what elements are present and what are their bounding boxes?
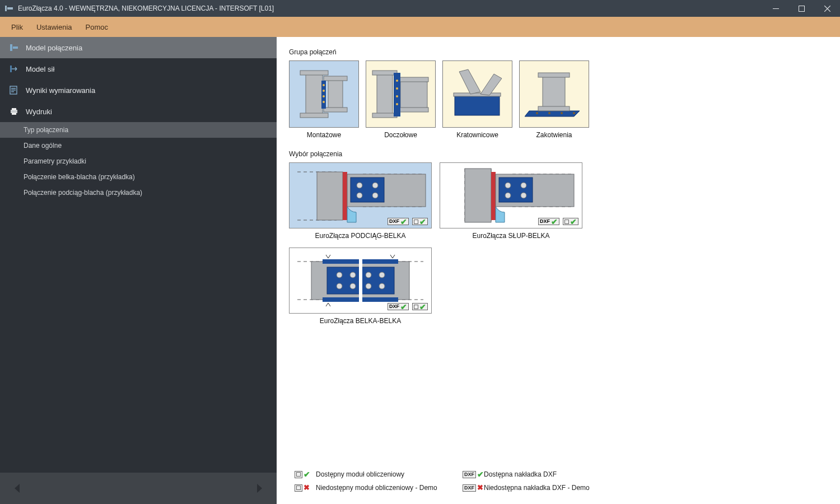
connection-tile-belka-belka[interactable]: DXF✔ ✔ EuroZłącza BELKA-BELKA — [289, 248, 432, 325]
menu-plik[interactable]: Plik — [4, 20, 30, 35]
svg-rect-53 — [343, 172, 347, 220]
joint-model-icon — [9, 43, 19, 53]
svg-point-34 — [396, 95, 398, 97]
sidebar-item-label: Model połączenia — [26, 44, 82, 52]
svg-rect-5 — [13, 46, 18, 49]
legend-text: Niedostępny moduł obliczeniowy - Demo — [316, 484, 437, 492]
calc-icon — [295, 471, 302, 478]
svg-rect-3 — [799, 6, 804, 11]
svg-point-82 — [379, 272, 385, 278]
connection-tile-slup-belka[interactable]: DXF✔ ✔ EuroZłącza SŁUP-BELKA — [440, 162, 582, 240]
svg-marker-40 — [525, 111, 580, 116]
svg-rect-31 — [394, 73, 400, 116]
svg-point-80 — [350, 272, 356, 278]
cross-icon: ✖ — [304, 484, 310, 491]
group-header: Grupa połączeń — [289, 48, 828, 56]
nav-next-button[interactable] — [252, 481, 267, 496]
sidebar-item-wyniki[interactable]: Wyniki wymiarowania — [0, 80, 277, 101]
menu-ustawienia[interactable]: Ustawienia — [30, 20, 79, 35]
svg-rect-1 — [7, 7, 13, 10]
sidebar-item-label: Wyniki wymiarowania — [26, 86, 95, 95]
check-icon: ✔ — [570, 218, 577, 225]
legend-dxf-available: DXF✔ Dostępna nakładka DXF — [463, 470, 619, 478]
subnav-parametry[interactable]: Parametry przykładki — [0, 153, 277, 169]
group-tile-montazowe[interactable]: Montażowe — [289, 60, 359, 139]
group-thumb — [442, 60, 512, 128]
svg-point-24 — [323, 101, 325, 103]
app-icon — [4, 4, 13, 13]
group-caption: Kratownicowe — [456, 131, 498, 139]
svg-rect-65 — [491, 172, 496, 220]
calc-badge: ✔ — [563, 218, 578, 225]
svg-marker-38 — [459, 69, 480, 94]
svg-point-56 — [357, 183, 362, 188]
check-icon: ✔ — [419, 218, 426, 225]
svg-rect-29 — [399, 77, 428, 82]
svg-point-21 — [323, 84, 325, 86]
subnav-label: Typ połączenia — [24, 126, 68, 134]
check-icon: ✔ — [477, 471, 484, 478]
minimize-button[interactable] — [763, 0, 788, 17]
svg-point-70 — [505, 193, 511, 198]
connection-thumb: DXF✔ ✔ — [289, 248, 432, 314]
svg-rect-8 — [11, 88, 16, 89]
svg-point-68 — [505, 183, 511, 188]
svg-point-85 — [366, 283, 371, 289]
dxf-icon: DXF — [463, 484, 476, 492]
svg-rect-36 — [455, 94, 500, 115]
svg-point-33 — [396, 87, 398, 90]
window-controls — [763, 0, 840, 17]
selection-header: Wybór połączenia — [289, 150, 828, 158]
subnav-label: Połączenie podciąg-blacha (przykładka) — [24, 189, 142, 197]
svg-rect-14 — [306, 72, 323, 116]
svg-marker-39 — [480, 74, 502, 95]
sidebar-footer — [0, 473, 277, 504]
svg-point-59 — [372, 193, 378, 198]
group-caption: Montażowe — [307, 131, 341, 139]
group-tile-zakotwienia[interactable]: Zakotwienia — [519, 60, 589, 139]
svg-rect-27 — [372, 113, 397, 118]
close-button[interactable] — [814, 0, 840, 17]
cross-icon: ✖ — [477, 484, 483, 491]
subnav-dane-ogolne[interactable]: Dane ogólne — [0, 138, 277, 153]
main-content: Grupa połączeń Montażowe — [277, 37, 840, 504]
svg-point-81 — [366, 272, 371, 278]
window-title: EuroZłącza 4.0 - WEWNĘTRZNA, NIEKOMERCYJ… — [18, 4, 763, 12]
connection-tile-podciag-belka[interactable]: DXF✔ ✔ EuroZłącza PODCIĄG-BELKA — [289, 162, 432, 240]
svg-point-45 — [548, 112, 550, 114]
connection-badges: DXF✔ ✔ — [538, 218, 578, 225]
menu-pomoc[interactable]: Pomoc — [79, 20, 115, 35]
sidebar-item-label: Wydruki — [26, 108, 52, 116]
subnav-label: Dane ogólne — [24, 142, 62, 150]
subnav-podciag-blacha[interactable]: Połączenie podciąg-blacha (przykładka) — [0, 185, 277, 200]
svg-rect-10 — [11, 91, 14, 92]
menubar: Plik Ustawienia Pomoc — [0, 17, 840, 37]
dxf-badge: DXF✔ — [538, 218, 559, 225]
maximize-button[interactable] — [788, 0, 814, 17]
svg-rect-19 — [324, 108, 347, 112]
nav-prev-button[interactable] — [10, 481, 25, 496]
svg-rect-30 — [399, 108, 428, 112]
group-tile-doczolowe[interactable]: Doczołowe — [366, 60, 436, 139]
group-caption: Doczołowe — [384, 131, 417, 139]
sidebar-item-wydruki[interactable]: Wydruki — [0, 101, 277, 122]
svg-point-47 — [573, 112, 575, 114]
svg-point-23 — [323, 95, 325, 97]
check-icon: ✔ — [419, 304, 426, 310]
svg-point-69 — [521, 183, 526, 188]
subnav-belka-blacha[interactable]: Połączenie belka-blacha (przykładka) — [0, 169, 277, 185]
sidebar-item-model-polaczenia[interactable]: Model połączenia — [0, 37, 277, 58]
results-icon — [9, 85, 19, 95]
check-icon: ✔ — [400, 304, 407, 310]
group-thumb — [289, 60, 359, 128]
legend-text: Niedostępna nakładka DXF - Demo — [484, 484, 590, 492]
group-tile-kratownicowe[interactable]: Kratownicowe — [442, 60, 512, 139]
subnav-typ-polaczenia[interactable]: Typ połączenia — [0, 122, 277, 138]
svg-rect-52 — [317, 172, 343, 220]
sidebar-item-model-sil[interactable]: Model sił — [0, 58, 277, 80]
check-icon: ✔ — [400, 218, 407, 225]
connection-badges: DXF✔ ✔ — [388, 218, 428, 225]
svg-rect-4 — [10, 44, 12, 51]
connection-thumb: DXF✔ ✔ — [289, 162, 432, 228]
connection-tiles: DXF✔ ✔ EuroZłącza PODCIĄG-BELKA — [289, 162, 603, 325]
